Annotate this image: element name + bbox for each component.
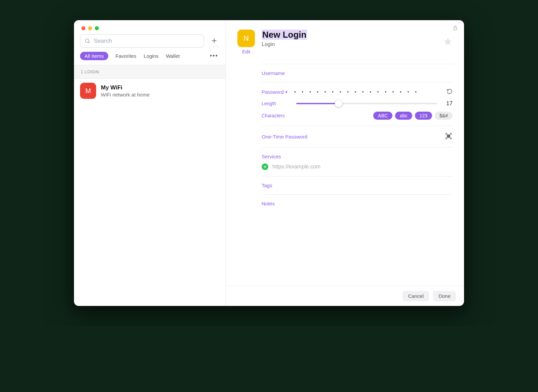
lock-icon[interactable] [453, 25, 458, 32]
list-item[interactable]: M My WiFi WiFi network at home [74, 79, 226, 103]
svg-rect-6 [447, 135, 448, 136]
plus-icon [211, 37, 218, 44]
plus-icon [263, 165, 267, 169]
password-label[interactable]: Password ▲▼ [262, 89, 288, 95]
more-filters-button[interactable]: ••• [210, 52, 220, 60]
search-icon [84, 38, 90, 44]
char-upper-toggle[interactable]: ABC [373, 112, 392, 120]
done-button[interactable]: Done [433, 291, 456, 301]
svg-point-0 [85, 39, 89, 43]
minimize-window-button[interactable] [88, 26, 92, 30]
sidebar: All Items Favorites Logins Wallet ••• 1 … [74, 20, 226, 306]
otp-label[interactable]: One-Time Password [262, 134, 307, 140]
username-label[interactable]: Username [262, 70, 453, 76]
regenerate-password-button[interactable] [447, 88, 453, 95]
svg-rect-9 [449, 136, 450, 138]
close-window-button[interactable] [81, 26, 85, 30]
svg-rect-4 [454, 28, 457, 30]
length-value: 17 [443, 100, 453, 107]
edit-icon-button[interactable]: Edit [242, 49, 250, 54]
add-item-button[interactable] [209, 35, 220, 47]
filter-tabs: All Items Favorites Logins Wallet ••• [80, 52, 220, 65]
password-value[interactable]: • • • • • • • • • • • • • • • • • [294, 90, 418, 94]
search-input[interactable] [93, 37, 200, 45]
cancel-button[interactable]: Cancel [402, 291, 429, 301]
length-label: Length [262, 101, 290, 106]
characters-label: Characters [262, 113, 290, 118]
detail-pane: N Edit New Login Login Username [226, 20, 464, 306]
char-symbols-toggle[interactable]: $&# [435, 112, 453, 120]
footer: Cancel Done [226, 286, 464, 306]
maximize-window-button[interactable] [95, 26, 99, 30]
search-box[interactable] [80, 34, 204, 48]
services-label: Services [262, 154, 453, 159]
app-window: All Items Favorites Logins Wallet ••• 1 … [74, 20, 464, 306]
notes-label[interactable]: Notes [262, 201, 453, 206]
list-item-title: My WiFi [101, 84, 150, 91]
item-list: M My WiFi WiFi network at home [74, 79, 226, 306]
item-badge: N [237, 30, 255, 47]
item-type-label: Login [262, 41, 436, 47]
sort-chevrons-icon: ▲▼ [285, 91, 288, 93]
qr-icon [445, 132, 453, 140]
scan-qr-button[interactable] [445, 132, 453, 141]
star-icon [443, 37, 453, 46]
list-item-badge: M [80, 83, 96, 99]
window-controls [80, 20, 220, 34]
list-section-header: 1 LOGIN [74, 65, 226, 79]
add-service-button[interactable] [262, 163, 268, 170]
service-url-placeholder[interactable]: https://example.com [272, 164, 320, 170]
filter-logins[interactable]: Logins [144, 53, 158, 59]
svg-rect-7 [449, 135, 450, 136]
char-lower-toggle[interactable]: abc [395, 112, 412, 120]
tags-label[interactable]: Tags [262, 183, 453, 188]
svg-marker-5 [444, 38, 452, 45]
refresh-icon [447, 88, 453, 94]
filter-all-items[interactable]: All Items [80, 52, 108, 60]
favorite-star-button[interactable] [443, 37, 453, 47]
filter-wallet[interactable]: Wallet [166, 53, 180, 59]
item-title[interactable]: New Login [262, 30, 307, 40]
char-digits-toggle[interactable]: 123 [415, 112, 432, 120]
svg-line-1 [88, 42, 89, 43]
filter-favorites[interactable]: Favorites [116, 53, 137, 59]
svg-rect-8 [447, 136, 448, 138]
list-item-subtitle: WiFi network at home [101, 92, 150, 97]
